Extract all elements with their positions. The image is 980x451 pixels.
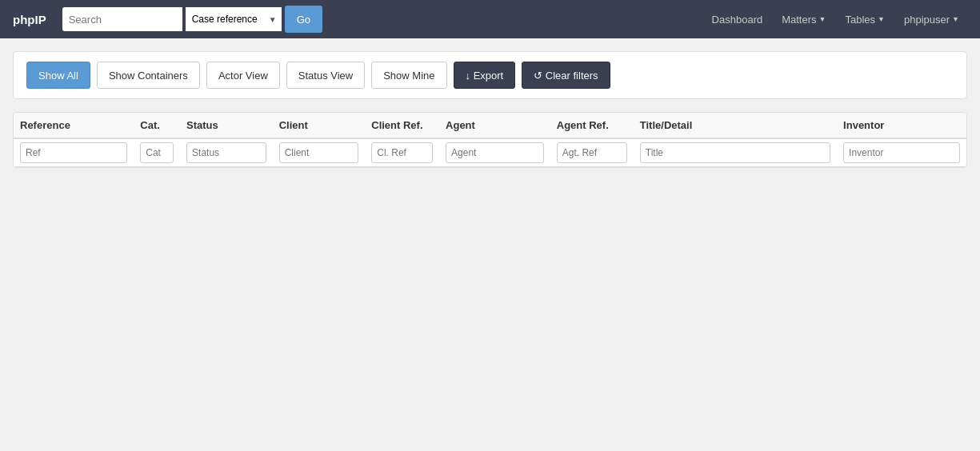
- search-type-select[interactable]: Case reference Title Client Agent: [186, 7, 282, 31]
- filter-ref-input[interactable]: [20, 142, 127, 163]
- search-go-button[interactable]: Go: [285, 6, 322, 33]
- filter-client-cell: [273, 138, 366, 167]
- show-all-button[interactable]: Show All: [26, 62, 90, 89]
- tables-caret-icon: ▼: [878, 15, 885, 23]
- show-containers-button[interactable]: Show Containers: [97, 62, 200, 89]
- filter-cat-input[interactable]: [140, 142, 174, 163]
- filter-agent-input[interactable]: [446, 142, 544, 163]
- col-header-clref: Client Ref.: [365, 113, 439, 138]
- status-view-button[interactable]: Status View: [286, 62, 365, 89]
- nav-dashboard[interactable]: Dashboard: [704, 14, 771, 26]
- col-header-cat: Cat.: [134, 113, 180, 138]
- col-header-title: Title/Detail: [634, 113, 837, 138]
- col-header-reference: Reference: [14, 113, 134, 138]
- actor-view-button[interactable]: Actor View: [206, 62, 280, 89]
- col-header-status: Status: [180, 113, 273, 138]
- brand-logo: phpIP: [13, 13, 46, 26]
- filter-title-cell: [634, 138, 837, 167]
- filter-status-cell: [180, 138, 273, 167]
- user-caret-icon: ▼: [952, 15, 959, 23]
- filter-agent-cell: [439, 138, 550, 167]
- filter-inv-input[interactable]: [843, 142, 960, 163]
- main-nav: Dashboard Matters ▼ Tables ▼ phpipuser ▼: [704, 14, 967, 26]
- nav-tables[interactable]: Tables ▼: [837, 14, 893, 26]
- filter-status-input[interactable]: [186, 142, 266, 163]
- filter-client-input[interactable]: [279, 142, 359, 163]
- search-input[interactable]: [62, 7, 182, 31]
- show-mine-button[interactable]: Show Mine: [371, 62, 446, 89]
- matters-table: Reference Cat. Status Client Client Ref.…: [14, 113, 966, 167]
- filter-ref-cell: [14, 138, 134, 167]
- filter-clref-cell: [365, 138, 439, 167]
- matters-table-container: Reference Cat. Status Client Client Ref.…: [13, 112, 967, 168]
- main-content: Show All Show Containers Actor View Stat…: [0, 38, 980, 181]
- col-header-client: Client: [273, 113, 366, 138]
- col-header-agent: Agent: [439, 113, 550, 138]
- filter-cat-cell: [134, 138, 180, 167]
- nav-user[interactable]: phpipuser ▼: [896, 14, 967, 26]
- filter-inv-cell: [837, 138, 966, 167]
- search-type-select-wrap: Case reference Title Client Agent ▼: [186, 7, 282, 31]
- table-filter-row: [14, 138, 966, 167]
- export-button[interactable]: ↓ Export: [454, 62, 516, 89]
- clear-filters-button[interactable]: ↺ Clear filters: [522, 62, 610, 89]
- toolbar: Show All Show Containers Actor View Stat…: [13, 51, 967, 99]
- nav-matters[interactable]: Matters ▼: [774, 14, 834, 26]
- filter-clref-input[interactable]: [371, 142, 433, 163]
- navbar: phpIP Case reference Title Client Agent …: [0, 0, 980, 38]
- table-header-row: Reference Cat. Status Client Client Ref.…: [14, 113, 966, 138]
- matters-caret-icon: ▼: [819, 15, 826, 23]
- filter-title-input[interactable]: [640, 142, 830, 163]
- col-header-inv: Inventor: [837, 113, 966, 138]
- filter-agref-cell: [550, 138, 634, 167]
- col-header-agref: Agent Ref.: [550, 113, 634, 138]
- search-form: Case reference Title Client Agent ▼ Go: [62, 6, 322, 33]
- filter-agref-input[interactable]: [557, 142, 627, 163]
